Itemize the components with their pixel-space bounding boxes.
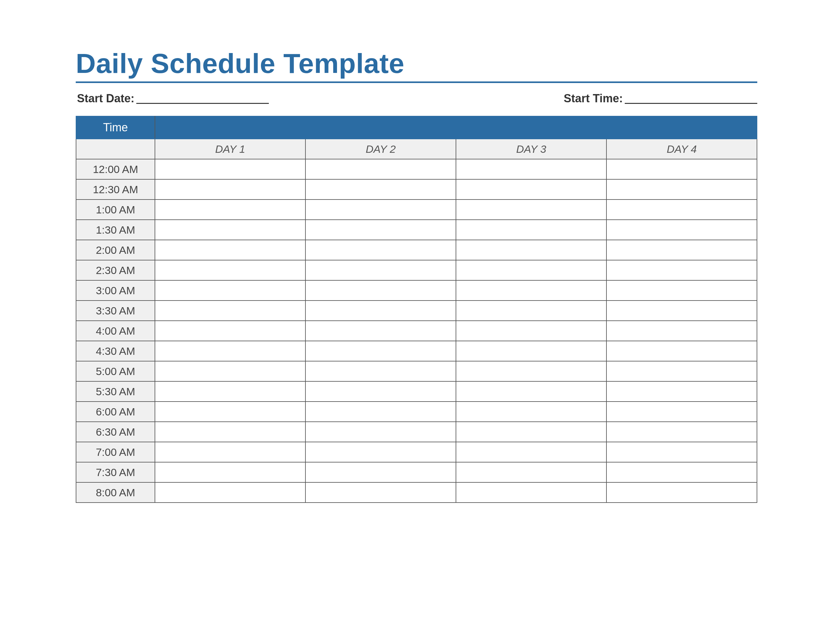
slot-cell[interactable]	[456, 220, 606, 240]
slot-cell[interactable]	[606, 240, 757, 260]
time-cell: 6:00 AM	[76, 402, 155, 422]
slot-cell[interactable]	[155, 341, 306, 361]
slot-cell[interactable]	[155, 240, 306, 260]
slot-cell[interactable]	[306, 341, 456, 361]
slot-cell[interactable]	[306, 200, 456, 220]
slot-cell[interactable]	[606, 482, 757, 502]
slot-cell[interactable]	[606, 200, 757, 220]
slot-cell[interactable]	[155, 200, 306, 220]
start-date-input-line[interactable]	[136, 103, 269, 104]
time-cell: 12:00 AM	[76, 159, 155, 179]
table-row: 4:30 AM	[76, 341, 757, 361]
time-cell: 3:30 AM	[76, 301, 155, 321]
time-cell: 4:00 AM	[76, 321, 155, 341]
day-header-blank	[76, 139, 155, 159]
slot-cell[interactable]	[456, 260, 606, 280]
time-header: Time	[76, 116, 155, 139]
start-time-input-line[interactable]	[625, 103, 757, 104]
slot-cell[interactable]	[155, 442, 306, 462]
slot-cell[interactable]	[606, 280, 757, 301]
slot-cell[interactable]	[606, 341, 757, 361]
start-time-label: Start Time:	[564, 92, 623, 105]
slot-cell[interactable]	[306, 301, 456, 321]
schedule-table: Time DAY 1 DAY 2 DAY 3 DAY 4 12:00 AM12:…	[76, 116, 757, 503]
time-cell: 7:30 AM	[76, 462, 155, 482]
slot-cell[interactable]	[306, 280, 456, 301]
slot-cell[interactable]	[155, 301, 306, 321]
time-cell: 8:00 AM	[76, 482, 155, 502]
slot-cell[interactable]	[606, 402, 757, 422]
page: Daily Schedule Template Start Date: Star…	[0, 0, 833, 644]
day-header-4: DAY 4	[606, 139, 757, 159]
slot-cell[interactable]	[606, 220, 757, 240]
start-date-field: Start Date:	[77, 92, 269, 105]
slot-cell[interactable]	[456, 422, 606, 442]
slot-cell[interactable]	[606, 301, 757, 321]
slot-cell[interactable]	[606, 159, 757, 179]
table-row: 4:00 AM	[76, 321, 757, 341]
time-cell: 7:00 AM	[76, 442, 155, 462]
slot-cell[interactable]	[306, 402, 456, 422]
slot-cell[interactable]	[306, 179, 456, 200]
slot-cell[interactable]	[606, 321, 757, 341]
slot-cell[interactable]	[606, 179, 757, 200]
time-cell: 1:00 AM	[76, 200, 155, 220]
slot-cell[interactable]	[155, 220, 306, 240]
slot-cell[interactable]	[606, 382, 757, 402]
slot-cell[interactable]	[456, 442, 606, 462]
slot-cell[interactable]	[306, 220, 456, 240]
table-row: 8:00 AM	[76, 482, 757, 502]
slot-cell[interactable]	[155, 260, 306, 280]
slot-cell[interactable]	[456, 341, 606, 361]
time-cell: 4:30 AM	[76, 341, 155, 361]
table-row: 2:00 AM	[76, 240, 757, 260]
time-cell: 12:30 AM	[76, 179, 155, 200]
slot-cell[interactable]	[155, 482, 306, 502]
table-row: 7:00 AM	[76, 442, 757, 462]
slot-cell[interactable]	[456, 159, 606, 179]
table-row: 6:00 AM	[76, 402, 757, 422]
slot-cell[interactable]	[155, 159, 306, 179]
table-row: 3:30 AM	[76, 301, 757, 321]
slot-cell[interactable]	[456, 179, 606, 200]
slot-cell[interactable]	[155, 462, 306, 482]
time-cell: 5:30 AM	[76, 382, 155, 402]
slot-cell[interactable]	[456, 280, 606, 301]
slot-cell[interactable]	[155, 280, 306, 301]
slot-cell[interactable]	[456, 321, 606, 341]
slot-cell[interactable]	[456, 301, 606, 321]
slot-cell[interactable]	[456, 402, 606, 422]
slot-cell[interactable]	[606, 422, 757, 442]
slot-cell[interactable]	[456, 462, 606, 482]
day-header-2: DAY 2	[306, 139, 456, 159]
slot-cell[interactable]	[155, 361, 306, 382]
slot-cell[interactable]	[155, 321, 306, 341]
slot-cell[interactable]	[306, 462, 456, 482]
slot-cell[interactable]	[306, 422, 456, 442]
slot-cell[interactable]	[155, 402, 306, 422]
table-row: 12:00 AM	[76, 159, 757, 179]
slot-cell[interactable]	[306, 382, 456, 402]
slot-cell[interactable]	[606, 260, 757, 280]
slot-cell[interactable]	[456, 482, 606, 502]
slot-cell[interactable]	[306, 260, 456, 280]
slot-cell[interactable]	[306, 240, 456, 260]
slot-cell[interactable]	[306, 361, 456, 382]
time-cell: 3:00 AM	[76, 280, 155, 301]
slot-cell[interactable]	[606, 442, 757, 462]
start-time-field: Start Time:	[564, 92, 757, 105]
slot-cell[interactable]	[456, 382, 606, 402]
slot-cell[interactable]	[456, 200, 606, 220]
slot-cell[interactable]	[155, 422, 306, 442]
slot-cell[interactable]	[306, 321, 456, 341]
slot-cell[interactable]	[606, 462, 757, 482]
table-row: 3:00 AM	[76, 280, 757, 301]
slot-cell[interactable]	[456, 240, 606, 260]
slot-cell[interactable]	[306, 159, 456, 179]
slot-cell[interactable]	[306, 442, 456, 462]
slot-cell[interactable]	[456, 361, 606, 382]
slot-cell[interactable]	[155, 382, 306, 402]
slot-cell[interactable]	[306, 482, 456, 502]
slot-cell[interactable]	[606, 361, 757, 382]
slot-cell[interactable]	[155, 179, 306, 200]
